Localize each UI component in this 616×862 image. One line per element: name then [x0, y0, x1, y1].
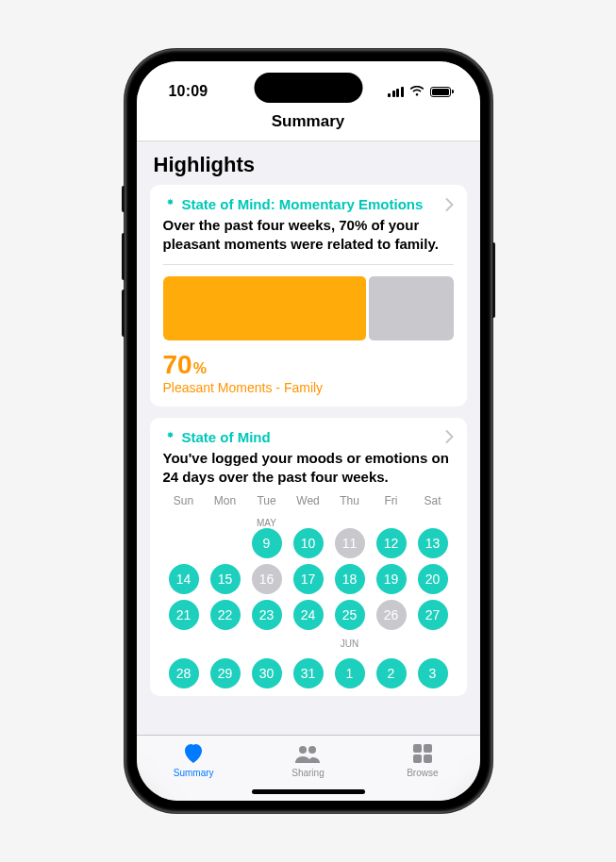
calendar-cell: 15 [205, 564, 246, 594]
tab-sharing[interactable]: Sharing [251, 741, 364, 778]
calendar-weekday: Mon [205, 494, 246, 507]
calendar-cell: 29 [205, 649, 246, 679]
calendar-day[interactable]: 12 [376, 528, 407, 558]
calendar-cell: 10 [288, 528, 329, 558]
calendar-cell: 9 [246, 528, 288, 558]
status-indicators [388, 86, 454, 97]
tab-summary[interactable]: Summary [137, 741, 250, 778]
highlight-card-momentary-emotions[interactable]: State of Mind: Momentary Emotions Over t… [150, 185, 467, 406]
calendar-day[interactable]: 9 [252, 528, 282, 558]
calendar-cell: 11 [329, 528, 371, 558]
calendar-weekday: Sun [163, 494, 205, 507]
nav-title: Summary [137, 112, 480, 131]
calendar-row: 21222324252627 [163, 600, 454, 630]
calendar-day[interactable]: 31 [293, 658, 324, 688]
calendar-day[interactable]: 3 [418, 658, 448, 688]
power-button [492, 242, 495, 318]
calendar-grid: 9101112131415161718192021222324252627 [163, 528, 454, 630]
chevron-right-icon [445, 430, 454, 443]
highlight-card-state-of-mind[interactable]: State of Mind You've logged your moods o… [150, 418, 467, 697]
calendar-cell: 3 [412, 649, 454, 679]
calendar-day[interactable]: 18 [335, 564, 365, 594]
calendar-cell: 23 [246, 600, 288, 630]
dynamic-island [254, 73, 362, 103]
chevron-right-icon [445, 198, 454, 211]
calendar-weekday: Fri [371, 494, 412, 507]
state-of-mind-icon [163, 197, 177, 211]
calendar-day[interactable]: 11 [335, 528, 365, 558]
progress-fill [163, 276, 367, 340]
calendar-month-label-row: MAY [163, 515, 454, 528]
content-scroll[interactable]: Highlights State of Mind: Momentary Emot… [137, 141, 480, 735]
percent-label: Pleasant Moments - Family [163, 380, 454, 395]
calendar-day[interactable]: 10 [293, 528, 324, 558]
calendar-cell: 24 [288, 600, 329, 630]
progress-bar [163, 276, 454, 340]
calendar-row: 14151617181920 [163, 564, 454, 594]
calendar-day[interactable]: 2 [376, 658, 407, 688]
home-indicator[interactable] [252, 789, 365, 794]
svg-rect-4 [413, 754, 422, 763]
progress-empty [369, 276, 453, 340]
calendar-day[interactable]: 25 [335, 600, 365, 630]
calendar-day[interactable]: 30 [252, 658, 282, 688]
section-title-highlights: Highlights [150, 153, 467, 177]
calendar-day[interactable]: 15 [210, 564, 241, 594]
calendar-cell: 27 [412, 600, 454, 630]
calendar-cell: 28 [163, 649, 205, 679]
calendar-day[interactable]: 21 [169, 600, 199, 630]
card-description: You've logged your moods or emotions on … [163, 449, 454, 489]
battery-icon [430, 87, 454, 97]
calendar-day[interactable]: 23 [252, 600, 282, 630]
card-title: State of Mind [182, 429, 271, 445]
calendar-weekday-header: SunMonTueWedThuFriSat [163, 494, 454, 507]
svg-rect-5 [424, 754, 432, 763]
calendar-cell: 13 [412, 528, 454, 558]
calendar-cell: 14 [163, 564, 205, 594]
calendar-day[interactable]: 27 [418, 600, 448, 630]
calendar-weekday: Thu [329, 494, 371, 507]
calendar-day[interactable]: 24 [293, 600, 324, 630]
calendar-day[interactable]: 22 [210, 600, 241, 630]
calendar-cell: 12 [371, 528, 412, 558]
calendar-day[interactable]: 16 [252, 564, 282, 594]
calendar-day[interactable]: 13 [418, 528, 448, 558]
calendar-cell: 2 [371, 649, 412, 679]
tab-label: Sharing [291, 768, 324, 778]
calendar-day[interactable]: 19 [376, 564, 407, 594]
card-header: State of Mind [163, 429, 454, 445]
card-title: State of Mind: Momentary Emotions [182, 196, 424, 212]
card-description: Over the past four weeks, 70% of your pl… [163, 216, 454, 265]
calendar-row: 910111213 [163, 528, 454, 558]
calendar-cell [163, 528, 205, 558]
grid-icon [412, 741, 433, 766]
calendar-row: 28293031123 [163, 649, 454, 679]
calendar-cell: 21 [163, 600, 205, 630]
tab-browse[interactable]: Browse [366, 741, 479, 778]
calendar-day[interactable]: 20 [418, 564, 448, 594]
calendar-day[interactable]: 26 [376, 600, 407, 630]
calendar-cell: 26 [371, 600, 412, 630]
volume-up-button [122, 233, 125, 280]
calendar-weekday: Sat [412, 494, 454, 507]
calendar-day[interactable]: 29 [210, 658, 241, 688]
status-time: 10:09 [169, 83, 208, 100]
heart-icon [182, 741, 205, 766]
tab-label: Browse [407, 768, 438, 778]
calendar-day[interactable]: 1 [335, 658, 365, 688]
calendar-day[interactable]: 14 [169, 564, 199, 594]
phone-frame: 10:09 Summary Highlights [125, 49, 492, 813]
calendar-weekday: Wed [288, 494, 329, 507]
calendar-day[interactable]: 17 [293, 564, 324, 594]
state-of-mind-icon [163, 430, 177, 444]
screen: 10:09 Summary Highlights [137, 61, 480, 801]
calendar-cell: 17 [288, 564, 329, 594]
calendar-cell: 31 [288, 649, 329, 679]
svg-point-1 [308, 746, 316, 754]
calendar-cell: 25 [329, 600, 371, 630]
calendar-cell [205, 528, 246, 558]
people-icon [293, 741, 322, 766]
calendar-day[interactable]: 28 [169, 658, 199, 688]
calendar-cell: 18 [329, 564, 371, 594]
calendar-cell: 1 [329, 649, 371, 679]
